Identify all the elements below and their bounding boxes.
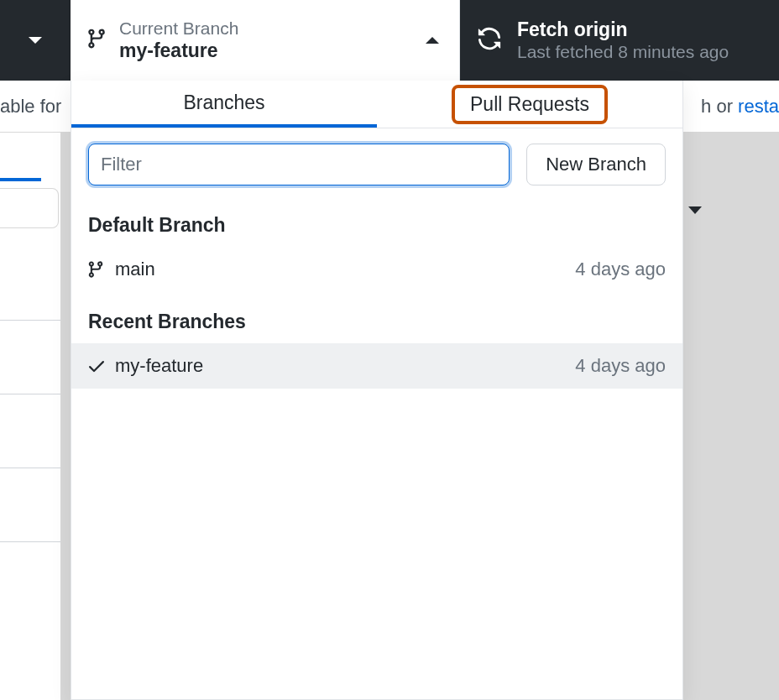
fetch-subtitle: Last fetched 8 minutes ago xyxy=(517,41,729,63)
background-row xyxy=(0,468,60,542)
background-caret-icon xyxy=(688,206,702,214)
branch-name: my-feature xyxy=(119,39,426,63)
branch-text: Current Branch my-feature xyxy=(119,18,426,63)
sync-icon xyxy=(477,26,502,55)
fetch-title: Fetch origin xyxy=(517,18,729,42)
branch-name: main xyxy=(115,259,575,280)
tab-pull-requests-label: Pull Requests xyxy=(452,85,608,124)
background-sidebar-input xyxy=(0,188,59,228)
git-branch-icon xyxy=(86,26,107,55)
tab-pull-requests[interactable]: Pull Requests xyxy=(377,81,682,128)
fetch-text: Fetch origin Last fetched 8 minutes ago xyxy=(517,18,729,64)
caret-up-icon xyxy=(426,37,439,44)
topbar: Current Branch my-feature Fetch origin L… xyxy=(0,0,779,81)
tab-branches[interactable]: Branches xyxy=(71,81,377,128)
tabs: Branches Pull Requests xyxy=(71,81,682,128)
background-row xyxy=(0,394,60,468)
check-icon xyxy=(86,356,115,376)
new-branch-button[interactable]: New Branch xyxy=(526,144,666,185)
git-branch-icon xyxy=(86,259,115,279)
branch-name: my-feature xyxy=(115,355,575,377)
bg-text-right: h or resta xyxy=(701,96,779,118)
tab-branches-label: Branches xyxy=(183,91,264,114)
repo-dropdown[interactable] xyxy=(0,0,71,81)
filter-row: New Branch xyxy=(71,128,682,196)
branch-dropdown-panel: Branches Pull Requests New Branch Defaul… xyxy=(71,81,683,700)
restart-link[interactable]: resta xyxy=(738,96,779,117)
background-sidebar-tab xyxy=(0,133,41,181)
background-row xyxy=(0,247,60,321)
branch-row-my-feature[interactable]: my-feature 4 days ago xyxy=(71,343,682,389)
fetch-origin-button[interactable]: Fetch origin Last fetched 8 minutes ago xyxy=(460,0,779,81)
branch-row-main[interactable]: main 4 days ago xyxy=(71,247,682,292)
current-branch-dropdown[interactable]: Current Branch my-feature xyxy=(71,0,460,81)
branch-time: 4 days ago xyxy=(575,355,666,377)
caret-down-icon xyxy=(29,37,42,44)
background-row xyxy=(0,321,60,394)
branch-label: Current Branch xyxy=(119,18,426,39)
branch-time: 4 days ago xyxy=(575,259,666,280)
filter-input[interactable] xyxy=(88,144,510,185)
section-default-branch: Default Branch xyxy=(71,196,682,247)
bg-text-left: able for xyxy=(0,96,61,118)
section-recent-branches: Recent Branches xyxy=(71,292,682,343)
